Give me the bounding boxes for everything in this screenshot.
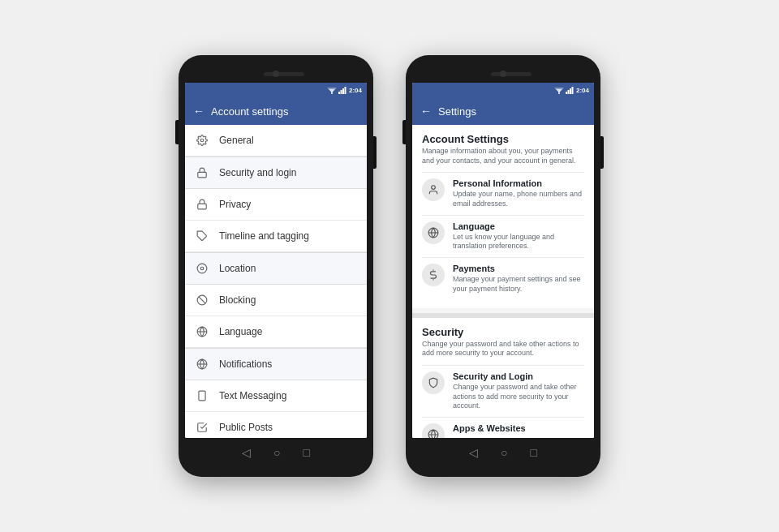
svg-point-13 — [200, 267, 204, 270]
timeline-icon — [195, 229, 209, 243]
phone-2-status-icons — [554, 86, 574, 94]
svg-point-3 — [331, 92, 333, 94]
phone-2-header-title: Settings — [438, 105, 476, 118]
signal-icon-2 — [566, 86, 574, 94]
svg-rect-20 — [199, 391, 205, 401]
privacy-icon — [195, 197, 209, 212]
language-setting-text: Language Let us know your language and t… — [453, 221, 584, 251]
language-icon — [195, 324, 209, 339]
phone-2-settings-content: Account Settings Manage information abou… — [412, 125, 594, 438]
phone-2: 2:04 ← Settings Account Settings Manage … — [406, 55, 600, 477]
svg-rect-7 — [344, 87, 346, 94]
menu-item-blocking[interactable]: Blocking — [185, 285, 367, 316]
account-settings-title: Account Settings — [422, 133, 584, 145]
menu-item-timeline[interactable]: Timeline and tagging — [185, 221, 367, 252]
phone-2-camera — [500, 71, 506, 77]
settings-item-payments[interactable]: Payments Manage your payment settings an… — [422, 257, 584, 299]
menu-label-notifications: Notifications — [219, 358, 272, 370]
menu-item-public-posts[interactable]: Public Posts — [185, 412, 367, 438]
menu-label-public-posts: Public Posts — [219, 422, 273, 433]
menu-item-security[interactable]: Security and login — [185, 157, 367, 189]
menu-label-privacy: Privacy — [219, 199, 251, 210]
wifi-icon — [327, 86, 337, 94]
back-nav-btn-2[interactable]: ◁ — [469, 446, 478, 459]
menu-item-general[interactable]: General — [185, 125, 367, 157]
menu-item-location[interactable]: Location — [185, 252, 367, 285]
svg-point-30 — [432, 186, 436, 190]
apps-websites-title: Apps & Websites — [453, 423, 584, 433]
security-section-title: Security — [422, 326, 584, 338]
location-icon — [195, 261, 209, 276]
personal-info-text: Personal Information Update your name, p… — [453, 178, 584, 208]
text-messaging-icon — [195, 388, 209, 403]
security-section: Security Change your password and take o… — [412, 318, 594, 439]
phone-2-time: 2:04 — [576, 87, 589, 94]
phone-1-status-bar: 2:04 — [185, 83, 367, 97]
menu-item-text-messaging[interactable]: Text Messaging — [185, 380, 367, 412]
security-section-desc: Change your password and take other acti… — [422, 340, 584, 358]
language-setting-icon — [422, 221, 445, 244]
back-nav-btn[interactable]: ◁ — [242, 446, 251, 459]
phone-1-camera — [273, 71, 279, 77]
phone-1-speaker — [264, 72, 304, 76]
language-setting-title: Language — [453, 221, 584, 231]
svg-rect-27 — [567, 90, 569, 94]
phone-2-bottom-nav: ◁ ○ □ — [412, 438, 594, 467]
phone-2-speaker — [491, 72, 532, 76]
home-nav-btn-2[interactable]: ○ — [501, 446, 507, 459]
notifications-icon — [195, 357, 209, 371]
blocking-icon — [195, 293, 209, 307]
settings-item-language[interactable]: Language Let us know your language and t… — [422, 215, 584, 257]
account-settings-section: Account Settings Manage information abou… — [412, 125, 594, 308]
apps-websites-text: Apps & Websites — [453, 423, 584, 435]
personal-info-desc: Update your name, phone numbers and emai… — [453, 190, 584, 208]
svg-point-12 — [197, 264, 207, 273]
home-nav-btn[interactable]: ○ — [273, 446, 280, 459]
svg-rect-9 — [198, 172, 207, 177]
security-login-desc: Change your password and take other acti… — [453, 383, 584, 411]
phone-1: 2:04 ← Account settings General Security… — [179, 55, 373, 477]
svg-rect-4 — [338, 92, 340, 94]
wifi-icon-2 — [554, 86, 564, 94]
svg-point-35 — [428, 430, 438, 438]
menu-label-text-messaging: Text Messaging — [219, 390, 286, 401]
menu-item-privacy[interactable]: Privacy — [185, 189, 367, 221]
menu-item-notifications[interactable]: Notifications — [185, 348, 367, 380]
phone-2-back-arrow[interactable]: ← — [420, 105, 432, 118]
menu-label-location: Location — [219, 263, 256, 274]
payments-icon — [422, 264, 445, 286]
phone-2-screen: 2:04 ← Settings Account Settings Manage … — [412, 83, 594, 438]
svg-rect-29 — [571, 87, 573, 94]
account-settings-desc: Manage information about you, your payme… — [422, 147, 584, 165]
public-posts-icon — [195, 420, 209, 435]
recent-nav-btn[interactable]: □ — [303, 446, 310, 459]
svg-point-8 — [200, 139, 204, 142]
phone-1-bottom-nav: ◁ ○ □ — [185, 438, 367, 467]
menu-label-language: Language — [219, 326, 262, 337]
menu-item-language[interactable]: Language — [185, 316, 367, 348]
security-login-icon — [422, 371, 445, 394]
payments-text: Payments Manage your payment settings an… — [453, 264, 584, 294]
personal-info-icon — [422, 178, 445, 201]
phone-2-status-bar: 2:04 — [412, 83, 594, 97]
svg-rect-5 — [340, 90, 342, 94]
phone-1-header-title: Account settings — [211, 105, 288, 118]
recent-nav-btn-2[interactable]: □ — [531, 446, 537, 459]
menu-label-security: Security and login — [219, 167, 296, 178]
settings-item-apps-websites[interactable]: Apps & Websites — [422, 417, 584, 438]
payments-desc: Manage your payment settings and see you… — [453, 275, 584, 294]
signal-icon — [338, 86, 346, 94]
settings-item-security-login[interactable]: Security and Login Change your password … — [422, 365, 584, 417]
phone-2-top — [412, 65, 594, 83]
security-icon — [195, 165, 209, 180]
settings-item-personal[interactable]: Personal Information Update your name, p… — [422, 172, 584, 214]
phone-2-app-header: ← Settings — [412, 97, 594, 125]
phone-1-screen: 2:04 ← Account settings General Security… — [185, 83, 367, 438]
svg-line-15 — [199, 297, 205, 303]
phone-1-back-arrow[interactable]: ← — [193, 105, 204, 118]
svg-marker-2 — [330, 92, 333, 93]
language-setting-desc: Let us know your language and translatio… — [453, 233, 584, 251]
svg-marker-24 — [557, 92, 560, 93]
svg-rect-26 — [566, 92, 567, 94]
svg-rect-10 — [198, 204, 207, 208]
